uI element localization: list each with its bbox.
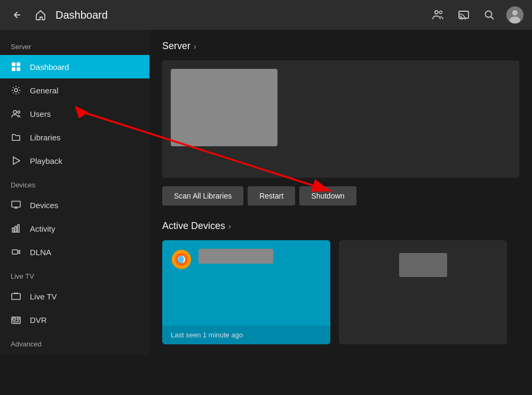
server-arrow: › [194,42,196,51]
device-title-bar [198,249,273,264]
sidebar-item-dvr[interactable]: DVR [0,308,149,331]
svg-rect-10 [17,67,20,71]
devices-grid: Last seen 1 minute ago [162,240,519,344]
devices-section-label: Devices [0,172,149,193]
svg-rect-2 [459,11,469,18]
users-sidebar-icon [11,108,21,119]
sidebar-item-libraries[interactable]: Libraries [0,125,149,149]
svg-rect-15 [12,201,20,207]
device-card-2-content [339,240,507,290]
action-buttons: Scan All Libraries Restart Shutdown [162,186,519,206]
svg-rect-18 [18,225,19,232]
sidebar-item-general[interactable]: General [0,78,149,102]
svg-rect-16 [12,228,14,232]
svg-rect-17 [15,226,17,232]
sidebar-item-dashboard[interactable]: Dashboard [0,55,149,78]
sidebar-item-devices[interactable]: Devices [0,193,149,217]
shutdown-button[interactable]: Shutdown [299,186,356,206]
device-card-footer: Last seen 1 minute ago [162,326,330,344]
server-thumbnail [171,69,277,146]
device-card-1[interactable]: Last seen 1 minute ago [162,240,330,344]
svg-point-12 [13,110,17,114]
back-button[interactable] [9,6,26,23]
sidebar-item-playback[interactable]: Playback [0,149,149,172]
svg-rect-8 [17,62,20,66]
sidebar-dashboard-label: Dashboard [30,62,69,72]
home-button[interactable] [32,6,49,23]
active-devices-arrow: › [228,222,231,231]
active-devices-section: Active Devices › [162,220,519,344]
device-logo [171,249,192,270]
livetv-section-label: Live TV [0,264,149,285]
sidebar: Server Dashboard [0,30,149,355]
svg-point-13 [18,111,20,113]
users-icon[interactable] [430,6,447,23]
play-icon [11,155,21,166]
sidebar-devices-label: Devices [30,201,58,210]
sidebar-dvr-label: DVR [30,315,47,325]
restart-button[interactable]: Restart [248,186,295,206]
svg-rect-7 [12,62,15,66]
sidebar-item-users[interactable]: Users [0,102,149,125]
svg-rect-20 [12,294,20,299]
sidebar-item-livetv[interactable]: Live TV [0,285,149,308]
topbar: Dashboard [0,0,532,30]
active-devices-title: Active Devices › [162,220,519,232]
folder-icon [11,132,21,143]
sidebar-item-dlna[interactable]: DLNA [0,240,149,264]
content-area: Server › Scan All Libraries Restart Shut… [149,30,532,355]
sidebar-dlna-label: DLNA [30,248,51,257]
svg-marker-14 [13,157,20,164]
svg-rect-22 [13,318,15,320]
device-thumb-small [399,253,447,277]
sidebar-activity-label: Activity [30,224,55,233]
last-seen-text: Last seen 1 minute ago [171,331,243,339]
svg-point-0 [435,11,438,14]
server-section-title: Server › [162,41,519,52]
device-card-2[interactable] [339,240,507,344]
svg-point-1 [440,11,442,14]
screen-icon [11,200,21,210]
sidebar-users-label: Users [30,109,51,118]
page-title: Dashboard [55,9,108,21]
sidebar-livetv-label: Live TV [30,292,57,301]
cast-icon[interactable] [455,6,472,23]
scan-libraries-button[interactable]: Scan All Libraries [162,186,243,206]
svg-point-11 [14,89,18,92]
server-section-label: Server [0,34,149,55]
search-icon[interactable] [481,6,498,23]
advanced-section-label: Advanced [0,331,149,352]
chart-icon [11,223,21,234]
sidebar-libraries-label: Libraries [30,133,61,142]
svg-point-5 [512,10,518,15]
sidebar-general-label: General [30,86,58,95]
svg-point-23 [17,318,19,320]
tv-icon [11,291,21,302]
device-card-top [162,240,330,326]
grid-icon [11,61,21,72]
avatar[interactable] [506,6,523,23]
sidebar-playback-label: Playback [30,156,62,165]
dlna-icon [11,247,21,257]
sidebar-item-activity[interactable]: Activity [0,217,149,240]
gear-icon [11,85,21,96]
svg-rect-9 [12,67,15,71]
server-preview-box [162,60,519,178]
svg-rect-19 [12,250,18,254]
dvr-icon [11,314,21,325]
